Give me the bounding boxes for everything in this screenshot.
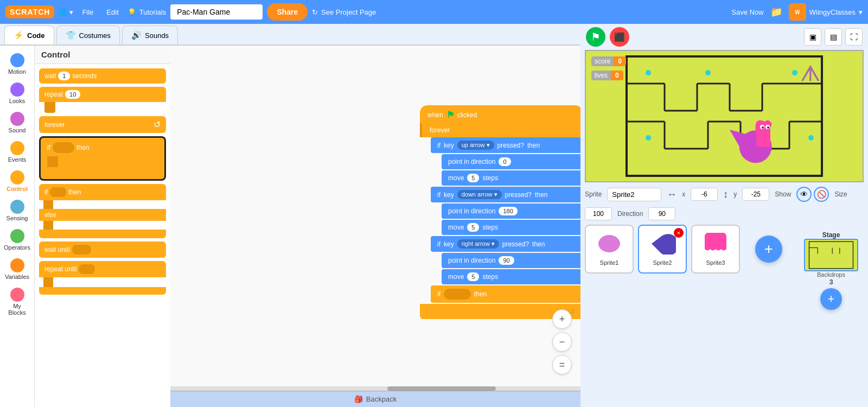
add-stage-button[interactable]: + bbox=[820, 288, 842, 310]
sidebar-item-sensing[interactable]: Sensing bbox=[2, 196, 33, 225]
code-canvas[interactable]: when ⚑ clicked forever if key up arr bbox=[170, 46, 580, 391]
looks-dot bbox=[10, 82, 24, 97]
dir-0-input[interactable]: 0 bbox=[499, 157, 510, 166]
editor-tabs: ⚡ Code 👕 Costumes 🔊 Sounds bbox=[0, 24, 580, 46]
block-if-selected[interactable]: if then bbox=[39, 136, 166, 181]
point-180-block[interactable]: point in direction 180 bbox=[442, 204, 580, 219]
sidebar-item-control[interactable]: Control bbox=[2, 167, 33, 195]
block-repeat-until[interactable]: repeat until bbox=[39, 261, 166, 277]
sprite-thumbs: Sprite1 × Sprite2 bbox=[585, 225, 799, 274]
tab-costumes[interactable]: 👕 Costumes bbox=[56, 26, 120, 44]
steps-5-input-3[interactable]: 5 bbox=[467, 272, 479, 281]
tab-sounds[interactable]: 🔊 Sounds bbox=[122, 26, 178, 44]
block-wait-until[interactable]: wait until bbox=[39, 241, 166, 258]
code-area[interactable]: when ⚑ clicked forever if key up arr bbox=[170, 46, 580, 407]
y-input[interactable] bbox=[742, 188, 769, 201]
sidebar-item-events[interactable]: Events bbox=[2, 138, 33, 166]
sprite1-name: Sprite1 bbox=[600, 259, 619, 266]
sprite-thumb-sprite3[interactable]: Sprite3 bbox=[691, 225, 740, 274]
blocks-list: wait 1 seconds repeat 10 forever ↺ bbox=[35, 64, 170, 407]
down-arrow-dropdown[interactable]: down arrow ▾ bbox=[457, 190, 502, 199]
sidebar-item-myblocks[interactable]: My Blocks bbox=[2, 284, 33, 319]
add-sprite-button[interactable]: + bbox=[755, 236, 782, 263]
zoom-out-button[interactable]: − bbox=[552, 332, 572, 352]
block-forever[interactable]: forever ↺ bbox=[39, 116, 166, 133]
scrollbar-thumb[interactable] bbox=[387, 386, 496, 391]
tutorials-button[interactable]: 💡 Tutorials bbox=[127, 8, 166, 16]
stage-canvas[interactable]: score 0 lives 0 bbox=[586, 51, 863, 181]
hat-block[interactable]: when ⚑ clicked bbox=[420, 105, 580, 123]
block-wait[interactable]: wait 1 seconds bbox=[39, 68, 166, 84]
stage-control-buttons: ⚑ ⬛ bbox=[586, 27, 629, 47]
dir-180-input[interactable]: 180 bbox=[499, 207, 517, 215]
if-right-block[interactable]: if key right arrow ▾ pressed? then bbox=[431, 236, 580, 252]
move-5-block-2[interactable]: move 5 steps bbox=[442, 220, 580, 235]
if-down-block[interactable]: if key down arrow ▾ pressed? then bbox=[431, 187, 580, 202]
direction-input[interactable] bbox=[648, 207, 675, 220]
svg-point-27 bbox=[767, 126, 769, 129]
sidebar-item-operators[interactable]: Operators bbox=[2, 226, 33, 254]
green-flag-button[interactable]: ⚑ bbox=[586, 27, 605, 47]
edit-menu[interactable]: Edit bbox=[102, 6, 123, 18]
point-0-block[interactable]: point in direction 0 bbox=[442, 154, 580, 169]
main: ⚡ Code 👕 Costumes 🔊 Sounds Motion bbox=[0, 24, 868, 407]
delete-sprite2-button[interactable]: × bbox=[674, 228, 684, 238]
share-button[interactable]: Share bbox=[267, 3, 308, 21]
project-name-input[interactable] bbox=[170, 4, 263, 20]
if-up-block[interactable]: if key up arrow ▾ pressed? then bbox=[431, 137, 580, 153]
sprite-name-input[interactable] bbox=[607, 188, 661, 201]
direction-label: Direction bbox=[617, 210, 643, 218]
if-else-bottom bbox=[39, 230, 166, 238]
x-arrow-icon: ↔ bbox=[667, 189, 676, 200]
backpack-bar[interactable]: 🎒 Backpack bbox=[170, 391, 580, 407]
save-now-button[interactable]: Save Now bbox=[732, 8, 764, 16]
sidebar-item-motion[interactable]: Motion bbox=[2, 50, 33, 78]
file-menu[interactable]: File bbox=[78, 6, 98, 18]
stop-button[interactable]: ⬛ bbox=[610, 27, 629, 47]
sprite-thumb-sprite1[interactable]: Sprite1 bbox=[585, 225, 634, 274]
dir-90-input[interactable]: 90 bbox=[499, 256, 514, 265]
point-90-block[interactable]: point in direction 90 bbox=[442, 253, 580, 268]
show-hidden-button[interactable]: 🚫 bbox=[814, 187, 829, 202]
up-arrow-dropdown[interactable]: up arrow ▾ bbox=[457, 141, 494, 150]
move-5-block-1[interactable]: move 5 steps bbox=[442, 170, 580, 186]
scratch-logo[interactable]: SCRATCH bbox=[5, 5, 54, 18]
block-repeat[interactable]: repeat 10 bbox=[39, 87, 166, 102]
tab-code[interactable]: ⚡ Code bbox=[4, 26, 54, 44]
small-stage-button[interactable]: ▣ bbox=[804, 28, 821, 46]
block-if-else-top[interactable]: if then bbox=[39, 184, 166, 200]
steps-5-input-1[interactable]: 5 bbox=[467, 174, 479, 182]
x-input[interactable] bbox=[691, 188, 718, 201]
fullscreen-button[interactable]: ⛶ bbox=[845, 28, 863, 46]
steps-5-input-2[interactable]: 5 bbox=[467, 223, 479, 232]
zoom-reset-button[interactable]: = bbox=[552, 355, 572, 374]
forever-block[interactable]: forever bbox=[420, 123, 580, 137]
variables-dot bbox=[10, 258, 24, 272]
see-project-button[interactable]: ↻ See Project Page bbox=[312, 8, 376, 16]
myblocks-dot bbox=[10, 288, 24, 302]
sprite-thumb-sprite2[interactable]: × Sprite2 bbox=[638, 225, 687, 274]
motion-label: Motion bbox=[8, 68, 26, 75]
folder-icon[interactable]: 📁 bbox=[770, 6, 782, 18]
right-arrow-dropdown[interactable]: right arrow ▾ bbox=[457, 239, 499, 249]
stage-thumb-area: Stage Backdrops 3 bbox=[799, 225, 864, 314]
zoom-in-button[interactable]: + bbox=[552, 309, 572, 329]
sidebar-item-variables[interactable]: Variables bbox=[2, 255, 33, 283]
sprite-stage-row: Sprite1 × Sprite2 bbox=[585, 225, 864, 314]
sidebar-item-looks[interactable]: Looks bbox=[2, 79, 33, 107]
normal-stage-button[interactable]: ▤ bbox=[825, 28, 842, 46]
globe-button[interactable]: 🌐 ▾ bbox=[59, 8, 73, 16]
operators-label: Operators bbox=[4, 244, 30, 251]
myblocks-label: My Blocks bbox=[4, 303, 31, 316]
show-visible-button[interactable]: 👁 bbox=[796, 187, 812, 202]
wait-input[interactable]: 1 bbox=[58, 72, 70, 80]
sidebar-item-sound[interactable]: Sound bbox=[2, 109, 33, 137]
stage-thumb[interactable] bbox=[804, 239, 858, 271]
else-notch-1 bbox=[43, 200, 53, 209]
move-5-block-3[interactable]: move 5 steps bbox=[442, 269, 580, 284]
if-empty-block[interactable]: if then bbox=[431, 285, 580, 303]
user-badge[interactable]: W WiingyClasses ▾ bbox=[789, 3, 863, 21]
horizontal-scrollbar[interactable] bbox=[170, 386, 580, 391]
y-arrow-icon: ↕ bbox=[723, 189, 728, 200]
size-input[interactable] bbox=[585, 207, 612, 220]
